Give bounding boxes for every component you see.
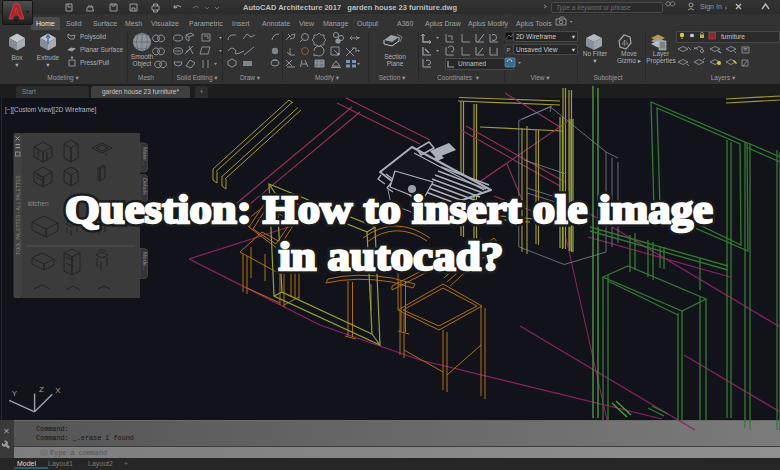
svg-text:kitchen: kitchen [28, 200, 49, 207]
svg-text:Mode...: Mode... [142, 252, 148, 271]
svg-text:P: P [507, 47, 511, 53]
svg-text:X: X [55, 386, 61, 395]
svg-text:Y: Y [12, 389, 18, 398]
svg-text:Question: How to insert ole im: Question: How to insert ole image [65, 186, 713, 232]
svg-text:[−][Custom View][2D Wireframe]: [−][Custom View][2D Wireframe] [5, 106, 97, 114]
svg-text:in autocad?: in autocad? [279, 233, 504, 279]
svg-text:Z: Z [39, 385, 44, 394]
svg-text:TOOL PALETTES - ALL PALETTES: TOOL PALETTES - ALL PALETTES [15, 175, 21, 255]
svg-text:Mater...: Mater... [142, 147, 148, 166]
